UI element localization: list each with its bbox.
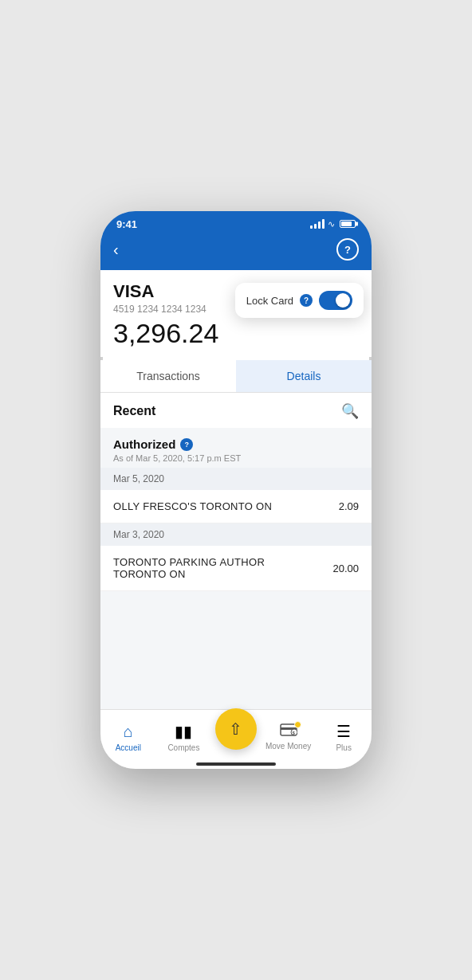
back-button[interactable]: ‹ xyxy=(113,241,119,259)
nav-accounts[interactable]: ▮▮ Comptes xyxy=(159,722,207,752)
content-area: Recent 🔍 Authorized ? As of Mar 5, 2020,… xyxy=(100,393,372,709)
transaction-amount-2: 20.00 xyxy=(332,563,359,574)
nav-move-money-label: Move Money xyxy=(266,742,311,751)
accounts-icon: ▮▮ xyxy=(175,722,192,741)
tabs-container: Transactions Details xyxy=(100,360,372,393)
authorized-help-icon[interactable]: ? xyxy=(180,438,193,451)
fab-up-icon: ⇧ xyxy=(229,719,242,739)
status-bar: 9:41 ∿ xyxy=(100,211,372,233)
home-indicator xyxy=(196,762,276,766)
wifi-icon: ∿ xyxy=(328,219,335,229)
recent-title: Recent xyxy=(113,404,155,418)
transaction-name: OLLY FRESCO'S TORONTO ON xyxy=(113,500,272,512)
authorized-section: Authorized ? As of Mar 5, 2020, 5:17 p.m… xyxy=(100,428,372,468)
search-button[interactable]: 🔍 xyxy=(341,402,359,420)
lock-help-icon[interactable]: ? xyxy=(300,294,313,307)
phone-shell: 9:41 ∿ ‹ ? VISA 4519 1234 1234 1234 3,29… xyxy=(100,211,372,769)
authorized-label: Authorized xyxy=(113,437,175,451)
date-header-2: Mar 3, 2020 xyxy=(100,523,372,546)
transaction-name-2: TORONTO PARKING AUTHORTORONTO ON xyxy=(113,556,265,580)
table-row[interactable]: OLLY FRESCO'S TORONTO ON 2.09 xyxy=(100,490,372,523)
tab-details[interactable]: Details xyxy=(236,360,372,392)
account-balance: 3,296.24 xyxy=(113,318,359,349)
nav-home-label: Accueil xyxy=(116,743,141,752)
transaction-amount: 2.09 xyxy=(339,500,359,512)
lock-card-toggle[interactable] xyxy=(319,291,352,310)
signal-icon xyxy=(310,219,324,229)
nav-home[interactable]: ⌂ Accueil xyxy=(104,723,152,752)
tab-transactions[interactable]: Transactions xyxy=(100,360,236,392)
battery-icon xyxy=(340,220,356,228)
plus-menu-icon: ☰ xyxy=(336,722,351,741)
fab-button[interactable]: ⇧ xyxy=(215,708,257,750)
bottom-nav: ⌂ Accueil ▮▮ Comptes ⇧ $ Move Money xyxy=(100,709,372,769)
authorized-row: Authorized ? xyxy=(113,437,359,451)
nav-bar: ‹ ? xyxy=(100,233,372,270)
date-header-1: Mar 5, 2020 xyxy=(100,468,372,490)
nav-accounts-label: Comptes xyxy=(167,743,199,752)
lock-card-popup: Lock Card ? xyxy=(235,283,364,318)
authorized-date: As of Mar 5, 2020, 5:17 p.m EST xyxy=(113,453,359,463)
recent-header: Recent 🔍 xyxy=(100,393,372,428)
help-button[interactable]: ? xyxy=(336,238,359,261)
status-icons: ∿ xyxy=(310,219,356,229)
home-icon: ⌂ xyxy=(124,723,133,741)
table-row[interactable]: TORONTO PARKING AUTHORTORONTO ON 20.00 xyxy=(100,546,372,591)
lock-card-label: Lock Card xyxy=(246,295,293,307)
nav-plus[interactable]: ☰ Plus xyxy=(320,722,368,752)
toggle-knob xyxy=(336,293,350,308)
move-money-icon: $ xyxy=(280,723,297,739)
nav-move-money[interactable]: $ Move Money xyxy=(265,723,313,751)
status-time: 9:41 xyxy=(116,218,137,230)
nav-plus-label: Plus xyxy=(336,743,351,752)
account-header: VISA 4519 1234 1234 1234 3,296.24 Lock C… xyxy=(100,270,372,357)
